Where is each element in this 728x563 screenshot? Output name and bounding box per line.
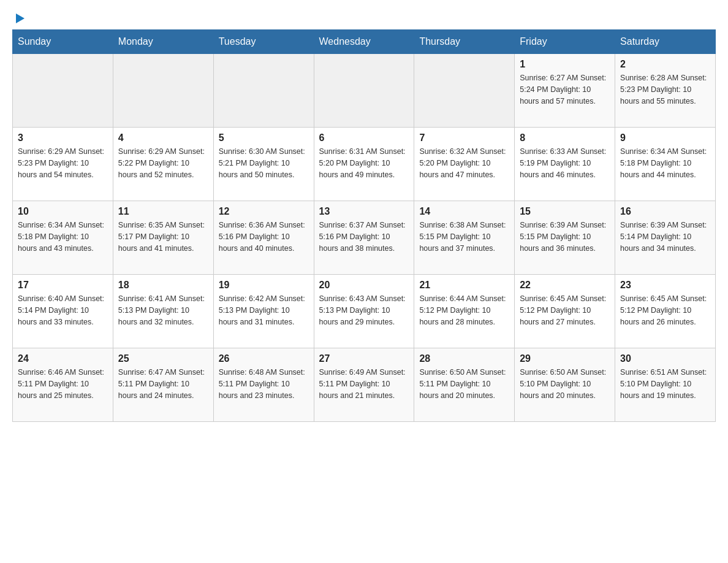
day-number: 19 <box>219 280 309 291</box>
header-wednesday: Wednesday <box>314 30 414 54</box>
day-number: 12 <box>219 206 309 217</box>
day-number: 8 <box>520 132 610 144</box>
calendar-cell: 18Sunrise: 6:41 AM Sunset: 5:13 PM Dayli… <box>113 275 213 348</box>
day-info: Sunrise: 6:42 AM Sunset: 5:13 PM Dayligh… <box>219 293 309 327</box>
calendar-cell: 2Sunrise: 6:28 AM Sunset: 5:23 PM Daylig… <box>615 54 716 128</box>
day-number: 17 <box>18 280 108 291</box>
calendar-week-row: 1Sunrise: 6:27 AM Sunset: 5:24 PM Daylig… <box>13 54 716 128</box>
calendar-cell: 3Sunrise: 6:29 AM Sunset: 5:23 PM Daylig… <box>13 128 113 201</box>
day-number: 5 <box>219 132 309 144</box>
calendar-cell: 11Sunrise: 6:35 AM Sunset: 5:17 PM Dayli… <box>113 201 213 275</box>
day-info: Sunrise: 6:51 AM Sunset: 5:10 PM Dayligh… <box>620 367 710 401</box>
calendar-cell <box>414 54 515 128</box>
header-sunday: Sunday <box>13 30 113 54</box>
calendar-cell: 19Sunrise: 6:42 AM Sunset: 5:13 PM Dayli… <box>213 275 314 348</box>
day-info: Sunrise: 6:31 AM Sunset: 5:20 PM Dayligh… <box>319 146 409 180</box>
day-info: Sunrise: 6:34 AM Sunset: 5:18 PM Dayligh… <box>18 220 108 254</box>
day-info: Sunrise: 6:32 AM Sunset: 5:20 PM Dayligh… <box>419 146 509 180</box>
day-info: Sunrise: 6:50 AM Sunset: 5:10 PM Dayligh… <box>520 367 610 401</box>
day-info: Sunrise: 6:43 AM Sunset: 5:13 PM Dayligh… <box>319 293 409 327</box>
calendar-cell: 10Sunrise: 6:34 AM Sunset: 5:18 PM Dayli… <box>13 201 113 275</box>
day-info: Sunrise: 6:34 AM Sunset: 5:18 PM Dayligh… <box>620 146 710 180</box>
day-number: 9 <box>620 132 710 144</box>
day-number: 26 <box>219 353 309 364</box>
calendar-cell: 12Sunrise: 6:36 AM Sunset: 5:16 PM Dayli… <box>213 201 314 275</box>
logo <box>12 12 27 23</box>
calendar-cell: 30Sunrise: 6:51 AM Sunset: 5:10 PM Dayli… <box>615 348 716 422</box>
day-info: Sunrise: 6:45 AM Sunset: 5:12 PM Dayligh… <box>620 293 710 327</box>
calendar-cell: 28Sunrise: 6:50 AM Sunset: 5:11 PM Dayli… <box>414 348 515 422</box>
day-number: 20 <box>319 280 409 291</box>
calendar-cell: 15Sunrise: 6:39 AM Sunset: 5:15 PM Dayli… <box>515 201 615 275</box>
calendar-cell: 17Sunrise: 6:40 AM Sunset: 5:14 PM Dayli… <box>13 275 113 348</box>
calendar-cell: 23Sunrise: 6:45 AM Sunset: 5:12 PM Dayli… <box>615 275 716 348</box>
calendar-cell: 9Sunrise: 6:34 AM Sunset: 5:18 PM Daylig… <box>615 128 716 201</box>
day-number: 3 <box>18 132 108 144</box>
day-number: 13 <box>319 206 409 217</box>
calendar-cell: 6Sunrise: 6:31 AM Sunset: 5:20 PM Daylig… <box>314 128 414 201</box>
calendar-cell: 5Sunrise: 6:30 AM Sunset: 5:21 PM Daylig… <box>213 128 314 201</box>
calendar-cell: 20Sunrise: 6:43 AM Sunset: 5:13 PM Dayli… <box>314 275 414 348</box>
day-number: 22 <box>520 280 610 291</box>
header-friday: Friday <box>515 30 615 54</box>
day-info: Sunrise: 6:28 AM Sunset: 5:23 PM Dayligh… <box>620 72 710 107</box>
day-number: 28 <box>419 353 509 364</box>
calendar-cell: 1Sunrise: 6:27 AM Sunset: 5:24 PM Daylig… <box>515 54 615 128</box>
calendar-week-row: 17Sunrise: 6:40 AM Sunset: 5:14 PM Dayli… <box>13 275 716 348</box>
calendar-cell: 4Sunrise: 6:29 AM Sunset: 5:22 PM Daylig… <box>113 128 213 201</box>
day-info: Sunrise: 6:33 AM Sunset: 5:19 PM Dayligh… <box>520 146 610 180</box>
logo-triangle-icon <box>13 12 27 26</box>
day-info: Sunrise: 6:46 AM Sunset: 5:11 PM Dayligh… <box>18 367 108 401</box>
day-number: 10 <box>18 206 108 217</box>
page-header <box>12 12 716 23</box>
day-info: Sunrise: 6:35 AM Sunset: 5:17 PM Dayligh… <box>118 220 208 254</box>
day-info: Sunrise: 6:29 AM Sunset: 5:23 PM Dayligh… <box>18 146 108 180</box>
calendar-table: SundayMondayTuesdayWednesdayThursdayFrid… <box>12 29 716 422</box>
day-info: Sunrise: 6:39 AM Sunset: 5:15 PM Dayligh… <box>520 220 610 254</box>
day-info: Sunrise: 6:27 AM Sunset: 5:24 PM Dayligh… <box>520 72 610 107</box>
calendar-cell: 16Sunrise: 6:39 AM Sunset: 5:14 PM Dayli… <box>615 201 716 275</box>
day-number: 6 <box>319 132 409 144</box>
calendar-cell: 27Sunrise: 6:49 AM Sunset: 5:11 PM Dayli… <box>314 348 414 422</box>
calendar-cell <box>13 54 113 128</box>
calendar-cell <box>314 54 414 128</box>
calendar-cell: 29Sunrise: 6:50 AM Sunset: 5:10 PM Dayli… <box>515 348 615 422</box>
day-info: Sunrise: 6:50 AM Sunset: 5:11 PM Dayligh… <box>419 367 509 401</box>
day-number: 30 <box>620 353 710 364</box>
day-number: 7 <box>419 132 509 144</box>
calendar-cell <box>213 54 314 128</box>
calendar-cell: 21Sunrise: 6:44 AM Sunset: 5:12 PM Dayli… <box>414 275 515 348</box>
header-saturday: Saturday <box>615 30 716 54</box>
calendar-cell: 25Sunrise: 6:47 AM Sunset: 5:11 PM Dayli… <box>113 348 213 422</box>
day-number: 15 <box>520 206 610 217</box>
day-info: Sunrise: 6:40 AM Sunset: 5:14 PM Dayligh… <box>18 293 108 327</box>
calendar-week-row: 24Sunrise: 6:46 AM Sunset: 5:11 PM Dayli… <box>13 348 716 422</box>
day-number: 1 <box>520 59 610 70</box>
calendar-cell: 24Sunrise: 6:46 AM Sunset: 5:11 PM Dayli… <box>13 348 113 422</box>
day-number: 16 <box>620 206 710 217</box>
day-info: Sunrise: 6:30 AM Sunset: 5:21 PM Dayligh… <box>219 146 309 180</box>
calendar-cell: 8Sunrise: 6:33 AM Sunset: 5:19 PM Daylig… <box>515 128 615 201</box>
calendar-week-row: 3Sunrise: 6:29 AM Sunset: 5:23 PM Daylig… <box>13 128 716 201</box>
day-info: Sunrise: 6:49 AM Sunset: 5:11 PM Dayligh… <box>319 367 409 401</box>
calendar-header-row: SundayMondayTuesdayWednesdayThursdayFrid… <box>13 30 716 54</box>
day-info: Sunrise: 6:41 AM Sunset: 5:13 PM Dayligh… <box>118 293 208 327</box>
header-monday: Monday <box>113 30 213 54</box>
day-info: Sunrise: 6:44 AM Sunset: 5:12 PM Dayligh… <box>419 293 509 327</box>
day-info: Sunrise: 6:38 AM Sunset: 5:15 PM Dayligh… <box>419 220 509 254</box>
calendar-cell: 22Sunrise: 6:45 AM Sunset: 5:12 PM Dayli… <box>515 275 615 348</box>
calendar-cell: 7Sunrise: 6:32 AM Sunset: 5:20 PM Daylig… <box>414 128 515 201</box>
day-info: Sunrise: 6:36 AM Sunset: 5:16 PM Dayligh… <box>219 220 309 254</box>
calendar-cell: 26Sunrise: 6:48 AM Sunset: 5:11 PM Dayli… <box>213 348 314 422</box>
day-info: Sunrise: 6:47 AM Sunset: 5:11 PM Dayligh… <box>118 367 208 401</box>
svg-marker-0 <box>16 13 25 23</box>
day-number: 25 <box>118 353 208 364</box>
day-info: Sunrise: 6:39 AM Sunset: 5:14 PM Dayligh… <box>620 220 710 254</box>
day-number: 18 <box>118 280 208 291</box>
day-info: Sunrise: 6:37 AM Sunset: 5:16 PM Dayligh… <box>319 220 409 254</box>
day-number: 4 <box>118 132 208 144</box>
header-thursday: Thursday <box>414 30 515 54</box>
day-number: 23 <box>620 280 710 291</box>
day-number: 21 <box>419 280 509 291</box>
day-info: Sunrise: 6:29 AM Sunset: 5:22 PM Dayligh… <box>118 146 208 180</box>
